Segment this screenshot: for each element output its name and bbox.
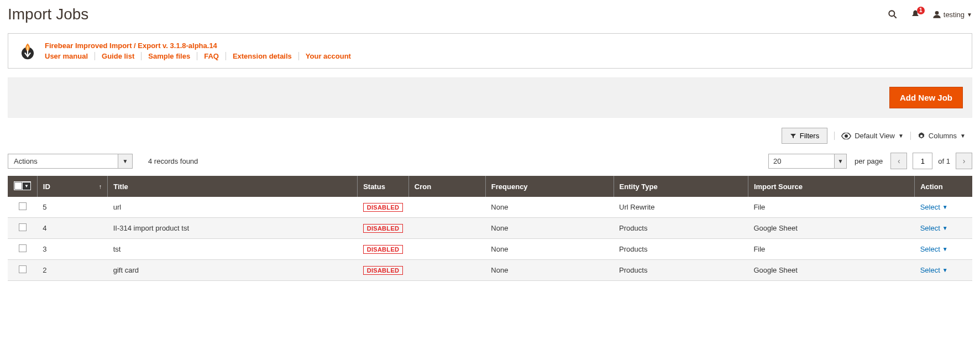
cell-title: url (108, 197, 358, 218)
cell-cron (408, 218, 485, 239)
columns-label: Columns (929, 132, 957, 140)
search-icon[interactable] (887, 9, 898, 20)
cell-frequency: None (485, 239, 614, 260)
info-links: User manual Guide list Sample files FAQ … (45, 52, 358, 60)
add-new-job-button[interactable]: Add New Job (889, 87, 963, 108)
row-checkbox[interactable] (19, 244, 27, 252)
page-size-select[interactable]: 20 ▼ (768, 154, 847, 169)
default-view-menu[interactable]: Default View ▼ (841, 132, 904, 140)
cell-cron (408, 260, 485, 281)
link-your-account[interactable]: Your account (298, 52, 358, 60)
caret-down-icon[interactable]: ▼ (118, 154, 133, 169)
col-header-source[interactable]: Import Source (748, 176, 914, 197)
col-header-cron[interactable]: Cron (408, 176, 485, 197)
table-row: 5urlDISABLEDNoneUrl RewriteFileSelect ▼ (8, 197, 972, 218)
cell-title: tst (108, 239, 358, 260)
cell-id: 3 (37, 239, 107, 260)
records-found: 4 records found (148, 157, 198, 165)
caret-down-icon: ▼ (960, 133, 966, 139)
row-checkbox[interactable] (19, 202, 27, 210)
table-row: 2gift cardDISABLEDNoneProductsGoogle She… (8, 260, 972, 281)
cell-source: Google Sheet (748, 218, 914, 239)
caret-down-icon: ▼ (942, 204, 948, 210)
cell-frequency: None (485, 218, 614, 239)
jobs-grid: ▼ ID↑ Title Status Cron Frequency Entity… (8, 176, 972, 281)
cell-source: Google Sheet (748, 260, 914, 281)
link-guide-list[interactable]: Guide list (95, 52, 141, 60)
row-action-select[interactable]: Select ▼ (920, 203, 948, 211)
cell-frequency: None (485, 260, 614, 281)
svg-point-5 (845, 134, 848, 137)
mass-actions-label: Actions (8, 154, 118, 169)
status-badge: DISABLED (363, 203, 403, 212)
col-header-id[interactable]: ID↑ (37, 176, 107, 197)
cell-id: 4 (37, 218, 107, 239)
col-header-select-all[interactable]: ▼ (8, 176, 37, 197)
notifications-icon[interactable]: 1 (910, 9, 920, 19)
info-panel: Firebear Improved Import / Export v. 3.1… (8, 33, 972, 69)
row-action-select[interactable]: Select ▼ (920, 224, 948, 232)
svg-point-2 (935, 11, 939, 15)
row-action-select[interactable]: Select ▼ (920, 266, 948, 274)
sort-asc-icon: ↑ (99, 183, 102, 190)
status-badge: DISABLED (363, 224, 403, 233)
per-page-label: per page (855, 157, 883, 165)
caret-down-icon: ▼ (898, 133, 904, 139)
columns-menu[interactable]: Columns ▼ (918, 132, 966, 140)
table-row: 3tstDISABLEDNoneProductsFileSelect ▼ (8, 239, 972, 260)
col-header-status[interactable]: Status (358, 176, 409, 197)
status-badge: DISABLED (363, 245, 403, 254)
mass-actions-select[interactable]: Actions ▼ (8, 154, 133, 169)
link-user-manual[interactable]: User manual (45, 52, 95, 60)
link-faq[interactable]: FAQ (197, 52, 226, 60)
cell-id: 2 (37, 260, 107, 281)
page-title: Import Jobs (8, 6, 88, 23)
cell-source: File (748, 239, 914, 260)
cell-entity: Url Rewrite (614, 197, 748, 218)
cell-id: 5 (37, 197, 107, 218)
prev-page-button[interactable]: ‹ (890, 153, 907, 169)
cell-source: File (748, 197, 914, 218)
status-badge: DISABLED (363, 266, 403, 275)
svg-point-0 (889, 11, 894, 16)
col-header-frequency[interactable]: Frequency (485, 176, 614, 197)
default-view-label: Default View (855, 132, 895, 140)
col-header-title[interactable]: Title (108, 176, 358, 197)
row-checkbox[interactable] (19, 265, 27, 273)
caret-down-icon: ▼ (967, 12, 972, 18)
link-extension-details[interactable]: Extension details (226, 52, 298, 60)
filters-label: Filters (800, 132, 819, 140)
caret-down-icon: ▼ (942, 225, 948, 231)
page-number-input[interactable] (913, 153, 932, 169)
cell-entity: Products (614, 239, 748, 260)
user-name: testing (944, 11, 965, 19)
firebear-logo-icon (18, 41, 37, 60)
cell-entity: Products (614, 218, 748, 239)
extension-title: Firebear Improved Import / Export v. 3.1… (45, 41, 358, 50)
caret-down-icon[interactable]: ▼ (835, 154, 847, 169)
caret-down-icon: ▼ (942, 267, 948, 273)
col-header-action: Action (915, 176, 972, 197)
notifications-count: 1 (917, 7, 925, 14)
cell-frequency: None (485, 197, 614, 218)
page-total-label: of 1 (938, 157, 950, 165)
next-page-button[interactable]: › (956, 153, 972, 169)
col-header-entity[interactable]: Entity Type (614, 176, 748, 197)
filters-button[interactable]: Filters (782, 128, 827, 144)
cell-cron (408, 197, 485, 218)
user-menu[interactable]: testing ▼ (932, 10, 972, 19)
cell-entity: Products (614, 260, 748, 281)
row-action-select[interactable]: Select ▼ (920, 245, 948, 253)
cell-cron (408, 239, 485, 260)
page-size-value: 20 (768, 154, 835, 169)
svg-line-1 (894, 16, 896, 18)
cell-title: gift card (108, 260, 358, 281)
link-sample-files[interactable]: Sample files (141, 52, 197, 60)
caret-down-icon: ▼ (942, 246, 948, 252)
cell-title: II-314 import product tst (108, 218, 358, 239)
table-row: 4II-314 import product tstDISABLEDNonePr… (8, 218, 972, 239)
row-checkbox[interactable] (19, 223, 27, 231)
